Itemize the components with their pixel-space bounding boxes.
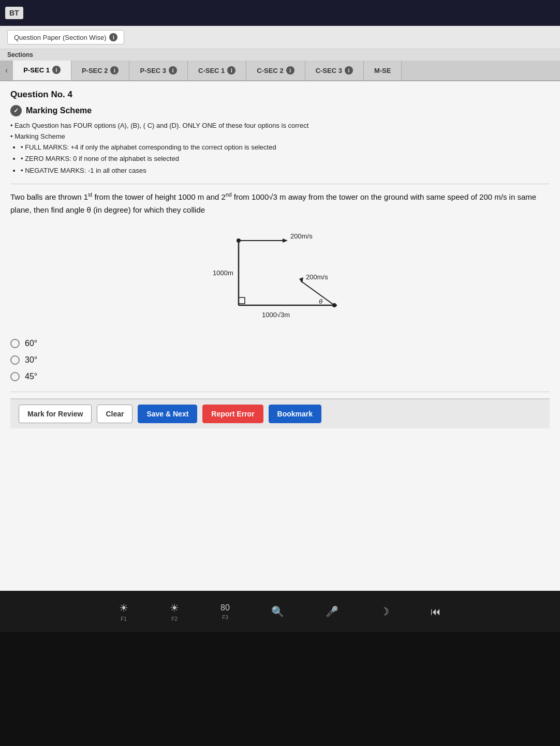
tab-psec1-info-icon: i bbox=[52, 66, 61, 74]
svg-text:1000√3m: 1000√3m bbox=[262, 311, 290, 319]
svg-rect-2 bbox=[239, 297, 245, 304]
question-paper-label: Question Paper (Section Wise) bbox=[14, 34, 106, 41]
tab-csec2-info-icon: i bbox=[286, 66, 294, 74]
bottom-dark-area: ☀ F1 ☀ F2 80 F3 🔍 🎤 ☽ ⏮ bbox=[0, 591, 560, 632]
laptop-bottom-bezel bbox=[0, 632, 560, 746]
tabs-prev-button[interactable]: ‹ bbox=[0, 61, 13, 80]
key-mic: 🎤 bbox=[326, 605, 338, 618]
divider-bottom bbox=[10, 392, 550, 392]
logo: BT bbox=[5, 7, 23, 19]
save-next-button[interactable]: Save & Next bbox=[138, 405, 197, 423]
tab-csec1-info-icon: i bbox=[227, 66, 235, 74]
divider bbox=[10, 184, 550, 184]
question-area: Question No. 4 ✓ Marking Scheme • Each Q… bbox=[0, 81, 560, 591]
svg-marker-4 bbox=[283, 238, 288, 243]
option-a[interactable]: 60° bbox=[10, 339, 550, 348]
marking-scheme-title: Marking Scheme bbox=[26, 106, 92, 115]
question-text: Two balls are thrown 1st from the tower … bbox=[10, 190, 550, 217]
tab-csec1[interactable]: C-SEC 1 i bbox=[188, 61, 246, 80]
clear-button[interactable]: Clear bbox=[97, 405, 132, 423]
tab-mse[interactable]: M-SE bbox=[364, 61, 402, 80]
option-c-radio[interactable] bbox=[10, 372, 20, 381]
svg-text:1000m: 1000m bbox=[213, 269, 233, 277]
option-a-label: 60° bbox=[25, 339, 37, 348]
option-b[interactable]: 30° bbox=[10, 355, 550, 365]
marking-info: • Each Question has FOUR options (A), (B… bbox=[10, 121, 550, 176]
checkmark-icon: ✓ bbox=[10, 105, 22, 116]
svg-point-13 bbox=[332, 303, 336, 307]
main-content: Question Paper (Section Wise) i Sections… bbox=[0, 26, 560, 591]
key-f1: ☀ F1 bbox=[119, 602, 128, 622]
sections-bar: Sections bbox=[0, 49, 560, 61]
option-c[interactable]: 45° bbox=[10, 372, 550, 381]
marking-scheme-header: ✓ Marking Scheme bbox=[10, 105, 550, 116]
option-b-radio[interactable] bbox=[10, 355, 20, 365]
options-list: 60° 30° 45° bbox=[10, 339, 550, 381]
svg-text:200m/s: 200m/s bbox=[306, 273, 328, 281]
key-f2: ☀ F2 bbox=[170, 602, 179, 622]
key-search: 🔍 bbox=[271, 605, 284, 618]
key-moon: ☽ bbox=[380, 605, 389, 618]
tab-csec3-info-icon: i bbox=[345, 66, 353, 74]
bookmark-button[interactable]: Bookmark bbox=[269, 405, 321, 423]
sections-label: Sections bbox=[7, 51, 33, 58]
action-bar: Mark for Review Clear Save & Next Report… bbox=[10, 398, 550, 428]
question-number: Question No. 4 bbox=[10, 89, 550, 100]
report-error-button[interactable]: Report Error bbox=[202, 405, 263, 423]
tab-csec2[interactable]: C-SEC 2 i bbox=[246, 61, 305, 80]
mark-for-review-button[interactable]: Mark for Review bbox=[19, 405, 92, 423]
header-bar: Question Paper (Section Wise) i bbox=[0, 26, 560, 49]
svg-point-12 bbox=[237, 238, 241, 243]
tab-psec2-info-icon: i bbox=[110, 66, 119, 74]
tabs-bar: ‹ P-SEC 1 i P-SEC 2 i P-SEC 3 i C-SEC 1 … bbox=[0, 61, 560, 81]
tab-csec3[interactable]: C-SEC 3 i bbox=[305, 61, 364, 80]
option-b-label: 30° bbox=[25, 355, 37, 365]
option-a-radio[interactable] bbox=[10, 339, 20, 348]
tab-psec1[interactable]: P-SEC 1 i bbox=[13, 61, 71, 80]
tab-psec3[interactable]: P-SEC 3 i bbox=[129, 61, 188, 80]
key-f3: 80 F3 bbox=[220, 603, 230, 620]
key-back: ⏮ bbox=[431, 606, 441, 618]
svg-text:θ: θ bbox=[319, 297, 322, 305]
diagram-container: 200m/s 1000m 200m/s θ 1000√3m bbox=[10, 225, 550, 329]
svg-line-7 bbox=[301, 281, 334, 305]
question-paper-button[interactable]: Question Paper (Section Wise) i bbox=[7, 30, 124, 44]
option-c-label: 45° bbox=[25, 372, 37, 381]
tab-psec2[interactable]: P-SEC 2 i bbox=[71, 61, 130, 80]
top-bar: BT bbox=[0, 0, 560, 26]
info-icon: i bbox=[109, 33, 117, 41]
svg-text:200m/s: 200m/s bbox=[290, 232, 313, 240]
tab-psec3-info-icon: i bbox=[169, 66, 177, 74]
diagram-svg: 200m/s 1000m 200m/s θ 1000√3m bbox=[197, 225, 363, 329]
